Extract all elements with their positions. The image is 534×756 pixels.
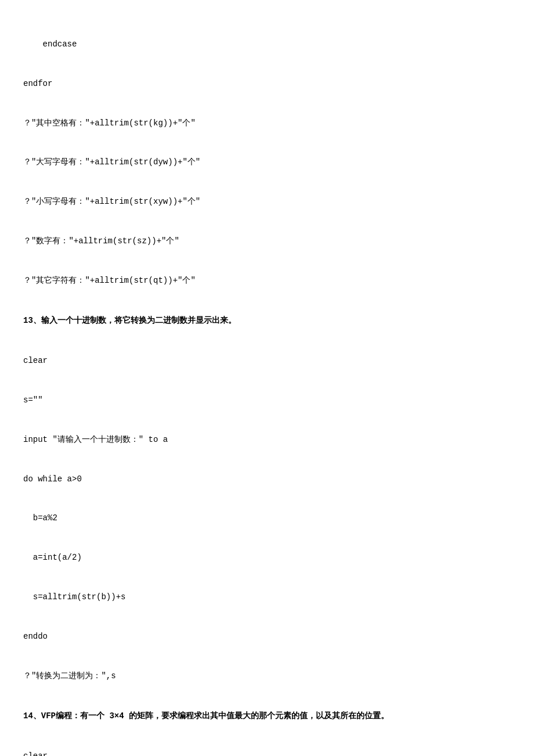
code-line-print-binary: ？"转换为二进制为：",s bbox=[23, 669, 511, 683]
code-line-kg: ？"其中空格有："+alltrim(str(kg))+"个" bbox=[23, 117, 511, 130]
code-line-a-int: a=int(a/2) bbox=[23, 551, 511, 564]
code-lines: endcase endfor ？"其中空格有："+alltrim(str(kg)… bbox=[23, 12, 511, 756]
code-line-qt: ？"其它字符有："+alltrim(str(qt))+"个" bbox=[23, 274, 511, 287]
code-line-clear-2: clear bbox=[23, 750, 511, 756]
code-line-enddo: enddo bbox=[23, 630, 511, 643]
code-line-do-while: do while a>0 bbox=[23, 473, 511, 486]
section-13-title: 13、输入一个十进制数，将它转换为二进制数并显示出来。 bbox=[23, 314, 511, 328]
code-line-s-concat: s=alltrim(str(b))+s bbox=[23, 591, 511, 604]
code-line-s-empty: s="" bbox=[23, 394, 511, 407]
section-14-title: 14、VFP编程：有一个 3×4 的矩阵，要求编程求出其中值最大的那个元素的值，… bbox=[23, 709, 511, 723]
code-line-dyw: ？"大写字母有："+alltrim(str(dyw))+"个" bbox=[23, 156, 511, 169]
code-line-b-mod: b=a%2 bbox=[23, 512, 511, 525]
code-line-sz: ？"数字有："+alltrim(str(sz))+"个" bbox=[23, 235, 511, 248]
code-content: endcase endfor ？"其中空格有："+alltrim(str(kg)… bbox=[23, 12, 511, 756]
code-line-input-decimal: input "请输入一个十进制数：" to a bbox=[23, 433, 511, 447]
code-line-xyw: ？"小写字母有："+alltrim(str(xyw))+"个" bbox=[23, 195, 511, 208]
code-line-clear-1: clear bbox=[23, 354, 511, 368]
code-line-endcase: endcase bbox=[23, 38, 511, 51]
code-line-endfor-1: endfor bbox=[23, 77, 511, 91]
